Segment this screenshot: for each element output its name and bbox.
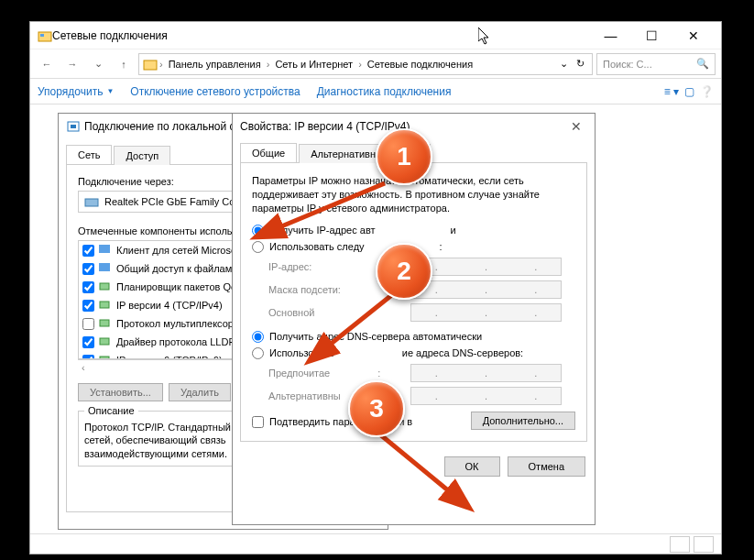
breadcrumb-part[interactable]: Панель управления [165,59,265,70]
recent-dropdown[interactable]: ⌄ [87,53,109,75]
svg-rect-8 [100,283,109,290]
svg-rect-4 [71,125,76,128]
explorer-toolbar: Упорядочить▼ Отключение сетевого устройс… [30,79,721,104]
search-placeholder: Поиск: С... [603,59,652,70]
network-folder-icon [38,28,52,43]
radio-dns-manual[interactable]: Использовать ие адреса DNS-серверов: [252,347,575,359]
component-checkbox[interactable] [82,300,94,312]
mouse-cursor-icon [478,27,493,48]
nic-icon [84,194,99,209]
radio-ip-auto[interactable]: Получить IP-адрес авт и [252,225,575,236]
gateway-label: Основной [268,307,410,318]
dns-preferred-field: ... [410,364,562,382]
explorer-titlebar: Сетевые подключения — ☐ ✕ [30,22,721,49]
network-folder-icon [143,57,158,71]
advanced-button[interactable]: Дополнительно... [471,412,575,430]
component-checkbox[interactable] [82,318,94,330]
svg-rect-10 [100,320,109,326]
component-checkbox[interactable] [82,281,94,293]
ok-button[interactable]: ОК [444,456,500,477]
subnet-mask-field: ... [410,280,562,299]
tab-access[interactable]: Доступ [114,146,170,165]
share-icon [98,261,113,276]
qos-icon [98,280,113,294]
svg-rect-7 [99,263,110,271]
up-button[interactable]: ↑ [113,53,135,75]
protocol-icon [98,335,113,349]
protocol-icon [98,353,113,359]
radio-input[interactable] [252,241,264,253]
tab-general[interactable]: Общие [240,143,297,162]
annotation-bubble-3: 3 [348,380,405,437]
breadcrumb-part[interactable]: Сеть и Интернет [271,59,356,70]
props-title: Подключение по локальной с [84,120,235,133]
ethernet-icon [66,119,81,134]
radio-dns-auto[interactable]: Получить адрес DNS-сервера автоматически [252,331,575,343]
annotation-bubble-2: 2 [376,243,432,300]
minimize-button[interactable]: — [590,23,631,49]
cancel-button[interactable]: Отмена [508,456,585,477]
preview-pane-icon[interactable]: ▢ [684,85,694,98]
explorer-title: Сетевые подключения [52,29,590,42]
organize-menu[interactable]: Упорядочить▼ [38,85,114,98]
ipv4-title: Свойства: IP версии 4 (TCP/IPv4) [240,120,410,133]
tab-network[interactable]: Сеть [66,145,112,164]
protocol-icon [98,316,113,331]
validate-checkbox[interactable] [252,416,264,428]
maximize-button[interactable]: ☐ [631,23,672,49]
radio-input[interactable] [252,347,264,359]
svg-rect-6 [99,245,110,253]
diagnose-connection[interactable]: Диагностика подключения [317,85,452,98]
breadcrumb-dropdown[interactable]: ⌄ ↻ [556,58,588,70]
adapter-name: Realtek PCIe GbE Family Cont [104,196,244,207]
remove-button[interactable]: Удалить [169,383,231,401]
annotation-bubble-1: 1 [376,128,432,185]
nav-row: ← → ⌄ ↑ › Панель управления › Сеть и Инт… [30,49,721,79]
component-checkbox[interactable] [82,263,94,275]
svg-rect-2 [144,60,157,70]
breadcrumb-part[interactable]: Сетевые подключения [364,59,476,70]
component-checkbox[interactable] [82,245,94,257]
gateway-field: ... [410,303,562,322]
dns-alternate-field: ... [410,387,562,405]
help-icon[interactable]: ❔ [700,85,714,98]
svg-rect-1 [40,34,44,37]
svg-rect-5 [85,199,98,206]
radio-input[interactable] [252,331,264,343]
details-view-button[interactable] [670,536,690,553]
dns-preferred-label: Предпочитае: [268,368,410,379]
breadcrumb[interactable]: › Панель управления › Сеть и Интернет › … [138,53,593,75]
radio-input[interactable] [252,225,264,236]
back-button[interactable]: ← [36,53,58,75]
forward-button[interactable]: → [61,53,83,75]
disable-device[interactable]: Отключение сетевого устройства [130,85,300,98]
search-input[interactable]: Поиск: С... 🔍 [596,53,716,75]
close-button[interactable]: ✕ [672,23,714,49]
install-button[interactable]: Установить... [78,383,163,401]
ip-address-field: ... [410,258,562,276]
client-icon [98,243,113,258]
svg-rect-9 [100,302,109,308]
protocol-icon [98,298,113,313]
view-options-icon[interactable]: ≡ ▾ [664,85,679,98]
icons-view-button[interactable] [694,536,714,553]
close-icon[interactable]: ✕ [565,119,587,134]
statusbar [30,533,721,554]
svg-rect-11 [100,338,109,345]
component-checkbox[interactable] [82,336,94,348]
search-icon: 🔍 [696,58,709,70]
description-legend: Описание [84,405,138,416]
